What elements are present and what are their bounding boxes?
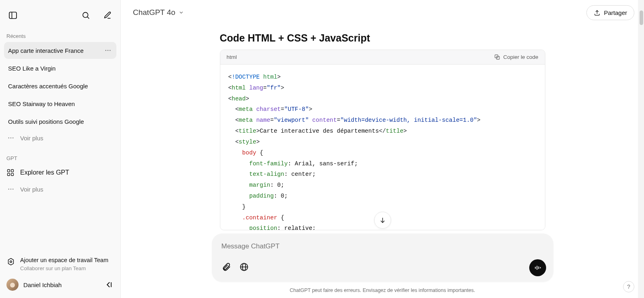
upload-icon — [594, 9, 601, 16]
attach-button[interactable] — [222, 262, 231, 273]
code-lang: html — [227, 54, 237, 60]
message-input[interactable] — [220, 241, 546, 252]
chat-item-more[interactable] — [104, 46, 112, 55]
new-chat-button[interactable] — [100, 8, 115, 23]
topbar: ChatGPT 4o Partager — [121, 0, 644, 25]
hex-icon — [6, 257, 15, 266]
voice-button[interactable] — [529, 259, 546, 276]
chat-item[interactable]: SEO Stairway to Heaven — [4, 95, 116, 112]
web-button[interactable] — [239, 262, 249, 273]
svg-point-5 — [108, 50, 108, 51]
svg-rect-26 — [535, 267, 536, 269]
copy-code-label: Copier le code — [503, 54, 538, 60]
model-selector[interactable]: ChatGPT 4o — [133, 8, 184, 17]
grid-icon — [6, 169, 14, 177]
see-more-gpt[interactable]: Voir plus — [4, 181, 116, 197]
explore-gpt-button[interactable]: Explorer les GPT — [4, 164, 116, 181]
svg-point-7 — [8, 138, 9, 138]
team-title: Ajouter un espace de travail Team — [20, 256, 108, 265]
toggle-sidebar-button[interactable] — [6, 8, 20, 23]
main: ChatGPT 4o Partager Code HTML + CSS + Ja… — [121, 0, 644, 298]
svg-rect-13 — [11, 173, 14, 176]
chat-item[interactable]: Outils suivi positions Google — [4, 113, 116, 130]
paperclip-icon — [222, 262, 231, 272]
composer-wrap — [212, 233, 553, 282]
svg-point-8 — [10, 138, 11, 138]
user-menu[interactable]: Daniel Ichbiah — [4, 275, 116, 293]
svg-point-14 — [8, 189, 9, 190]
svg-rect-11 — [11, 170, 14, 172]
share-label: Partager — [604, 9, 627, 16]
collapse-in-icon — [104, 280, 114, 290]
code-block: html Copier le code <!DOCTYPE html> <htm… — [220, 50, 545, 230]
svg-point-17 — [10, 261, 12, 263]
message-title: Code HTML + CSS + JavaScript — [220, 32, 545, 44]
chat-item-label: Outils suivi positions Google — [8, 118, 84, 125]
sidebar-icon — [8, 10, 18, 20]
svg-rect-12 — [8, 173, 10, 176]
scroll-down-button[interactable] — [374, 212, 391, 229]
svg-rect-27 — [536, 266, 537, 270]
dots-icon — [104, 47, 112, 54]
chat-item[interactable]: Caractères accentués Google — [4, 77, 116, 94]
see-more-label: Voir plus — [20, 186, 43, 193]
footer-disclaimer: ChatGPT peut faire des erreurs. Envisage… — [121, 288, 644, 293]
add-team-workspace[interactable]: Ajouter un espace de travail Team Collab… — [4, 252, 116, 275]
svg-point-16 — [12, 189, 13, 190]
chat-item-label: SEO Like a Virgin — [8, 65, 56, 72]
chat-item-label: Caractères accentués Google — [8, 83, 88, 90]
sidebar: Récents App carte interactive France SEO… — [0, 0, 121, 298]
see-more-recent[interactable]: Voir plus — [4, 130, 116, 146]
svg-point-15 — [10, 189, 11, 190]
sidebar-top — [4, 5, 116, 30]
model-label: ChatGPT 4o — [133, 8, 175, 17]
scrollbar-thumb[interactable] — [640, 10, 643, 25]
chat-item-label: SEO Stairway to Heaven — [8, 100, 75, 107]
dots-icon — [7, 185, 14, 193]
chat-item[interactable]: SEO Like a Virgin — [4, 60, 116, 77]
svg-point-6 — [110, 50, 110, 51]
arrow-down-icon — [379, 217, 386, 224]
help-button[interactable]: ? — [623, 281, 634, 292]
svg-point-9 — [12, 138, 13, 138]
user-name: Daniel Ichbiah — [23, 281, 62, 288]
copy-code-button[interactable]: Copier le code — [494, 54, 538, 60]
section-title-recent: Récents — [4, 31, 116, 42]
dots-icon — [7, 134, 14, 142]
share-button[interactable]: Partager — [586, 5, 634, 20]
svg-rect-28 — [538, 267, 539, 269]
svg-rect-10 — [8, 170, 10, 172]
search-icon — [81, 11, 90, 20]
svg-point-2 — [83, 13, 88, 18]
svg-rect-0 — [9, 12, 17, 19]
question-icon: ? — [627, 283, 630, 290]
team-sub: Collaborer sur un plan Team — [20, 265, 108, 271]
code-body[interactable]: <!DOCTYPE html> <html lang="fr"> <head> … — [220, 65, 545, 230]
see-more-label: Voir plus — [20, 135, 43, 142]
copy-icon — [494, 54, 500, 60]
svg-point-4 — [106, 50, 106, 51]
waveform-icon — [534, 264, 542, 272]
search-button[interactable] — [79, 8, 93, 23]
globe-icon — [239, 262, 249, 272]
edit-icon — [103, 11, 112, 20]
code-header: html Copier le code — [220, 50, 545, 65]
chat-item-label: App carte interactive France — [8, 47, 84, 54]
composer — [212, 233, 553, 282]
svg-rect-29 — [540, 267, 540, 268]
chevron-down-icon — [178, 10, 184, 15]
chat-item[interactable]: App carte interactive France — [4, 42, 116, 59]
explore-gpt-label: Explorer les GPT — [20, 169, 69, 176]
avatar — [6, 279, 19, 291]
section-title-gpt: GPT — [4, 153, 116, 164]
svg-line-3 — [87, 17, 89, 19]
